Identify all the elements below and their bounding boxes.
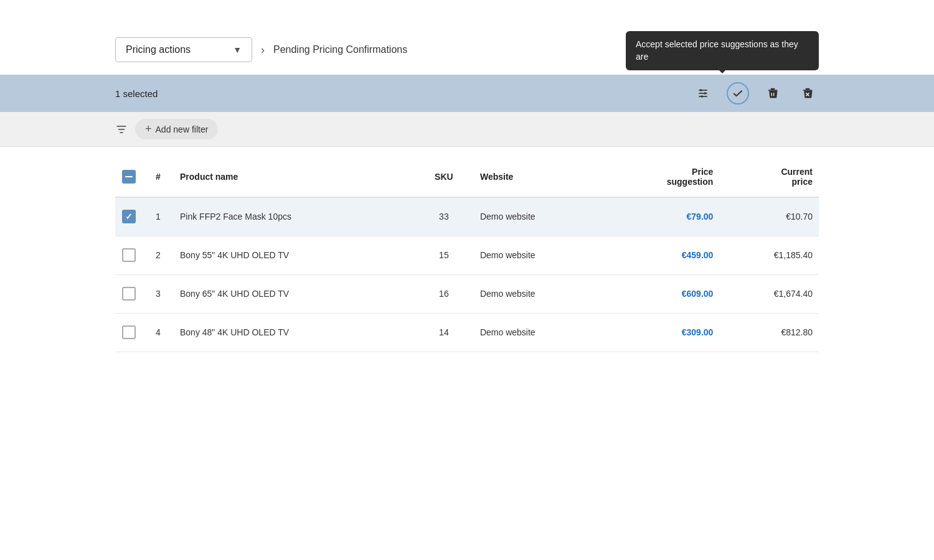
row-current-price: €10.70 — [719, 197, 819, 236]
selected-count-text: 1 selected — [115, 88, 158, 99]
row-price-suggestion: €459.00 — [605, 236, 720, 274]
filter-icon-button[interactable] — [115, 123, 128, 136]
svg-point-4 — [704, 92, 706, 94]
unchecked-checkbox — [122, 325, 136, 339]
tooltip-box: Accept selected price suggestions as the… — [626, 31, 819, 70]
row-price-suggestion: €79.00 — [605, 197, 720, 236]
row-number: 3 — [143, 274, 174, 313]
row-checkbox-cell[interactable] — [115, 313, 143, 352]
accept-button[interactable] — [727, 82, 749, 105]
page-wrapper: Pricing actions ▼ › Pending Pricing Conf… — [0, 0, 934, 560]
header-checkbox-cell[interactable] — [115, 159, 143, 197]
row-sku: 14 — [414, 313, 474, 352]
checkmark-icon — [732, 87, 744, 100]
svg-rect-11 — [803, 90, 813, 91]
row-sku: 33 — [414, 197, 474, 236]
row-current-price: €1,674.40 — [719, 274, 819, 313]
header-num: # — [143, 159, 174, 197]
table-row: 1Pink FFP2 Face Mask 10pcs33Demo website… — [115, 197, 819, 236]
row-sku: 16 — [414, 274, 474, 313]
filter-bar: + Add new filter — [0, 112, 934, 147]
row-product-name: Pink FFP2 Face Mask 10pcs — [174, 197, 414, 236]
table-row: 4Bony 48" 4K UHD OLED TV14Demo website€3… — [115, 313, 819, 352]
indeterminate-checkbox — [122, 170, 136, 184]
filter-sliders-button[interactable] — [692, 82, 714, 105]
row-price-suggestion: €609.00 — [605, 274, 720, 313]
svg-point-5 — [701, 95, 703, 97]
row-website: Demo website — [474, 274, 605, 313]
header-area: Pricing actions ▼ › Pending Pricing Conf… — [0, 37, 934, 62]
row-website: Demo website — [474, 197, 605, 236]
delete-button[interactable] — [762, 82, 784, 105]
checked-checkbox — [122, 210, 136, 223]
selected-bar: 1 selected — [0, 75, 934, 112]
row-product-name: Bony 48" 4K UHD OLED TV — [174, 313, 414, 352]
row-product-name: Bony 55" 4K UHD OLED TV — [174, 236, 414, 274]
row-sku: 15 — [414, 236, 474, 274]
row-number: 4 — [143, 313, 174, 352]
pricing-table: # Product name SKU Website Pricesuggesti… — [115, 159, 819, 352]
svg-rect-6 — [771, 88, 775, 90]
row-product-name: Bony 65" 4K UHD OLED TV — [174, 274, 414, 313]
table-container: # Product name SKU Website Pricesuggesti… — [0, 159, 934, 352]
tooltip-text: Accept selected price suggestions as the… — [636, 39, 798, 62]
pricing-actions-dropdown[interactable]: Pricing actions ▼ — [115, 37, 252, 62]
breadcrumb-arrow-icon: › — [261, 44, 265, 57]
cancel-button[interactable] — [796, 82, 819, 105]
row-number: 1 — [143, 197, 174, 236]
row-website: Demo website — [474, 236, 605, 274]
row-website: Demo website — [474, 313, 605, 352]
row-checkbox-cell[interactable] — [115, 197, 143, 236]
row-checkbox-cell[interactable] — [115, 274, 143, 313]
row-current-price: €1,185.40 — [719, 236, 819, 274]
header-product-name: Product name — [174, 159, 414, 197]
dropdown-label: Pricing actions — [126, 44, 191, 55]
plus-icon: + — [145, 123, 152, 136]
row-price-suggestion: €309.00 — [605, 313, 720, 352]
row-current-price: €812.80 — [719, 313, 819, 352]
trash-icon — [767, 87, 779, 100]
header-checkbox[interactable] — [122, 170, 136, 184]
filter-sliders-icon — [697, 87, 709, 100]
table-row: 2Bony 55" 4K UHD OLED TV15Demo website€4… — [115, 236, 819, 274]
breadcrumb-text: Pending Pricing Confirmations — [273, 44, 407, 55]
add-filter-label: Add new filter — [156, 124, 209, 134]
chevron-down-icon: ▼ — [233, 45, 242, 55]
table-row: 3Bony 65" 4K UHD OLED TV16Demo website€6… — [115, 274, 819, 313]
svg-point-3 — [700, 89, 702, 91]
header-sku: SKU — [414, 159, 474, 197]
unchecked-checkbox — [122, 287, 136, 301]
add-filter-button[interactable]: + Add new filter — [135, 119, 218, 139]
header-current-price: Currentprice — [719, 159, 819, 197]
filter-lines-icon — [115, 123, 128, 136]
unchecked-checkbox — [122, 248, 136, 262]
svg-rect-7 — [768, 90, 778, 91]
header-price-suggestion: Pricesuggestion — [605, 159, 720, 197]
action-icons-group — [692, 82, 819, 105]
row-number: 2 — [143, 236, 174, 274]
svg-rect-10 — [806, 88, 810, 90]
table-header-row: # Product name SKU Website Pricesuggesti… — [115, 159, 819, 197]
x-trash-icon — [801, 87, 814, 100]
row-checkbox-cell[interactable] — [115, 236, 143, 274]
header-website: Website — [474, 159, 605, 197]
